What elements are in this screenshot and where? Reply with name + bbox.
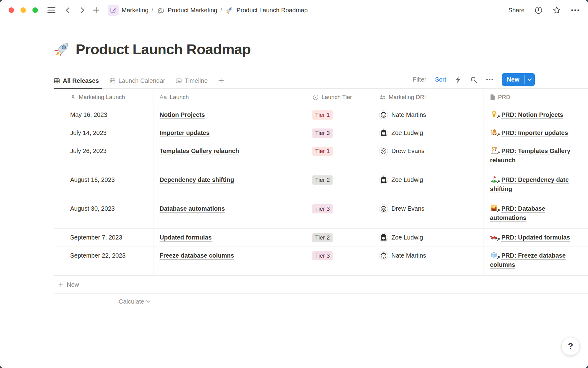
launch-page-link[interactable]: Database automations — [160, 205, 225, 212]
back-button[interactable] — [62, 5, 74, 16]
tier-tag: Tier 1 — [312, 110, 333, 120]
prd-page-link[interactable]: PRD: Dependency date shifting — [490, 176, 569, 192]
zoom-window-button[interactable] — [32, 7, 38, 13]
launch-tier-cell[interactable]: Tier 3 — [306, 124, 373, 142]
launch-tier-cell[interactable]: Tier 1 — [306, 106, 373, 124]
marketing-launch-cell[interactable]: September 7, 2023 — [54, 229, 153, 247]
launch-cell[interactable]: Notion Projects — [153, 106, 306, 124]
marketing-dri-cell[interactable]: Zoe Ludwig — [373, 171, 484, 200]
add-view-button[interactable] — [218, 73, 226, 88]
column-header-marketing-dri[interactable]: Marketing DRI — [373, 89, 484, 106]
sidebar-menu-icon[interactable] — [46, 5, 57, 16]
marketing-dri-cell[interactable]: Drew Evans — [373, 200, 484, 229]
view-more-icon[interactable] — [486, 79, 493, 81]
tab-all-releases[interactable]: All Releases — [54, 73, 101, 88]
minimize-window-button[interactable] — [21, 7, 26, 13]
launch-page-link[interactable]: Notion Projects — [160, 111, 205, 118]
breadcrumb-item-product-marketing[interactable]: Product Marketing — [154, 5, 219, 15]
table-view-icon — [54, 78, 60, 84]
link-arrow-icon: ↗ — [496, 180, 500, 184]
launch-page-link[interactable]: Updated formulas — [160, 234, 212, 241]
avatar — [379, 128, 388, 137]
page-title[interactable]: Product Launch Roadmap — [76, 41, 251, 58]
dri-name: Drew Evans — [391, 204, 424, 213]
column-header-launch[interactable]: Aa Launch — [153, 89, 306, 106]
prd-page-link[interactable]: PRD: Freeze database columns — [490, 252, 566, 268]
marketing-dri-cell[interactable]: Nate Martins — [373, 247, 484, 276]
new-record-button[interactable]: New — [502, 73, 535, 86]
prd-page-link[interactable]: PRD: Notion Projects — [501, 111, 563, 118]
page-property-icon — [490, 94, 495, 101]
launch-cell[interactable]: Freeze database columns — [153, 247, 306, 276]
launch-tier-cell[interactable]: Tier 3 — [306, 200, 373, 229]
breadcrumb-item-marketing[interactable]: Marketing — [106, 4, 150, 17]
column-header-prd[interactable]: PRD — [484, 89, 588, 106]
tab-launch-calendar[interactable]: Launch Calendar — [109, 73, 167, 88]
marketing-launch-cell[interactable]: May 16, 2023 — [54, 106, 153, 124]
updates-clock-icon[interactable] — [534, 6, 543, 14]
launch-tier-cell[interactable]: Tier 3 — [306, 247, 373, 276]
marketing-dri-cell[interactable]: Nate Martins — [373, 106, 484, 124]
launch-page-link[interactable]: Dependency date shifting — [160, 176, 234, 183]
prd-cell[interactable]: ↗ PRD: Dependency date shifting — [484, 171, 588, 200]
golf-flag-emoji-icon: ↗ — [490, 175, 499, 183]
calculate-button[interactable]: Calculate — [54, 294, 153, 309]
forward-button[interactable] — [77, 5, 88, 16]
launch-page-link[interactable]: Freeze database columns — [160, 252, 234, 259]
avatar — [379, 233, 388, 242]
link-arrow-icon: ↗ — [496, 237, 500, 242]
prd-cell[interactable]: ↗ PRD: Templates Gallery relaunch — [484, 142, 588, 171]
launch-page-link[interactable]: Templates Gallery relaunch — [160, 148, 239, 154]
prd-cell[interactable]: ↗ PRD: Updated formulas — [484, 229, 588, 247]
prd-page-link[interactable]: PRD: Importer updates — [501, 129, 568, 136]
marketing-launch-cell[interactable]: August 30, 2023 — [54, 200, 153, 229]
launch-tier-cell[interactable]: Tier 1 — [306, 142, 373, 171]
prd-cell[interactable]: ↗ PRD: Database automations — [484, 200, 588, 229]
marketing-dri-cell[interactable]: Zoe Ludwig — [373, 124, 484, 142]
filter-button[interactable]: Filter — [413, 76, 426, 83]
prd-cell[interactable]: ↗ PRD: Notion Projects — [484, 106, 588, 124]
marketing-dri-cell[interactable]: Zoe Ludwig — [373, 229, 484, 247]
marketing-dri-cell[interactable]: Drew Evans — [373, 142, 484, 171]
chevron-down-icon[interactable] — [525, 73, 535, 86]
select-property-icon — [312, 94, 319, 101]
prd-cell[interactable]: ↗ PRD: Freeze database columns — [484, 247, 588, 276]
breadcrumb-item-product-launch-roadmap[interactable]: Product Launch Roadmap — [223, 5, 309, 15]
marketing-launch-cell[interactable]: September 22, 2023 — [54, 247, 153, 276]
new-tab-button[interactable] — [91, 5, 102, 16]
launch-cell[interactable]: Importer updates — [153, 124, 306, 142]
marketing-launch-cell[interactable]: July 14, 2023 — [54, 124, 153, 142]
launch-cell[interactable]: Database automations — [153, 200, 306, 229]
column-header-launch-tier[interactable]: Launch Tier — [306, 89, 373, 106]
table-row: September 22, 2023 Freeze database colum… — [54, 247, 588, 276]
column-header-marketing-launch[interactable]: Marketing Launch — [54, 89, 153, 106]
automations-bolt-icon[interactable] — [455, 76, 462, 83]
sort-button[interactable]: Sort — [435, 76, 446, 83]
launch-page-link[interactable]: Importer updates — [160, 129, 209, 136]
tab-timeline[interactable]: Timeline — [175, 73, 209, 88]
new-row-button[interactable]: New — [54, 276, 588, 294]
prd-page-link[interactable]: PRD: Updated formulas — [501, 234, 570, 241]
prd-page-link[interactable]: PRD: Templates Gallery relaunch — [490, 148, 570, 163]
prd-cell[interactable]: ↗ PRD: Importer updates — [484, 124, 588, 142]
table-row: August 16, 2023 Dependency date shifting… — [54, 171, 588, 200]
launch-cell[interactable]: Templates Gallery relaunch — [153, 142, 306, 171]
search-icon[interactable] — [470, 76, 477, 83]
marketing-launch-cell[interactable]: August 16, 2023 — [54, 171, 153, 200]
launch-cell[interactable]: Updated formulas — [153, 229, 306, 247]
launch-cell[interactable]: Dependency date shifting — [153, 171, 306, 200]
traffic-lights — [9, 7, 38, 13]
help-button[interactable]: ? — [561, 337, 580, 355]
share-button[interactable]: Share — [508, 7, 525, 14]
rocket-emoji[interactable] — [54, 40, 71, 58]
table-row: September 7, 2023 Updated formulas Tier … — [54, 229, 588, 247]
launch-tier-cell[interactable]: Tier 2 — [306, 229, 373, 247]
favorite-star-icon[interactable] — [552, 6, 561, 14]
link-arrow-icon: ↗ — [496, 115, 500, 119]
close-window-button[interactable] — [9, 7, 14, 13]
more-options-icon[interactable] — [571, 9, 579, 11]
marketing-launch-cell[interactable]: July 26, 2023 — [54, 142, 153, 171]
tier-tag: Tier 2 — [312, 175, 333, 185]
avatar — [379, 175, 388, 184]
launch-tier-cell[interactable]: Tier 2 — [306, 171, 373, 200]
